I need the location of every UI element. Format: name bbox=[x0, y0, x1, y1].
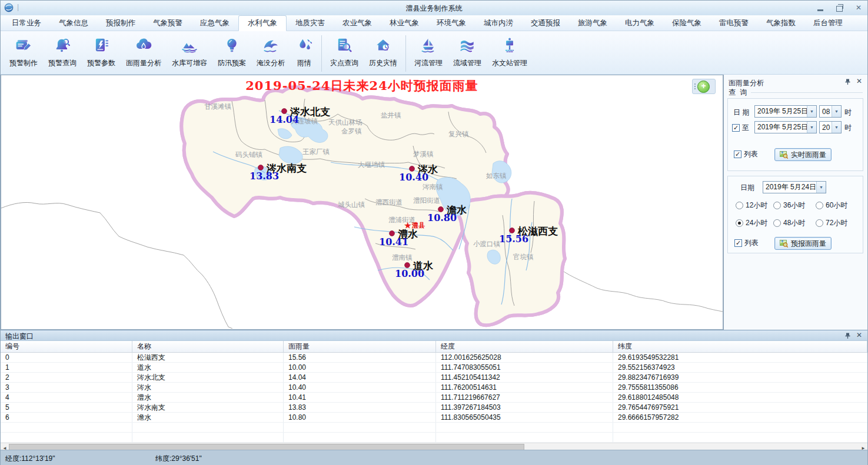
map-canvas[interactable]: 甘溪滩镇 火连坡镇 天供山林场 金罗镇 盐井镇 复兴镇 码头铺镇 王家厂镇 大堰… bbox=[1, 75, 723, 330]
toolbar-basin-management[interactable]: 流域管理 bbox=[448, 35, 487, 70]
tab-traffic-forecast[interactable]: 交通预报 bbox=[522, 16, 569, 31]
tab-weather-warning[interactable]: 气象预警 bbox=[144, 16, 191, 31]
toolbar-river-management[interactable]: 河流管理 bbox=[409, 35, 448, 70]
toolbar: 预警制作 预警查询 预警参数 面雨量分析 水库可增容 防汛预案 淹没分析 雨情 bbox=[1, 31, 867, 75]
table-row[interactable]: 3 涔水 10.40 111.76200514631 29.7555811355… bbox=[1, 383, 867, 393]
table-cell: 松滋西支 bbox=[132, 353, 284, 362]
close-icon[interactable]: ✕ bbox=[856, 3, 862, 12]
table-cell: 2 bbox=[1, 373, 132, 382]
toolbar-alert-search[interactable]: 预警查询 bbox=[43, 35, 82, 70]
toolbar-history-disaster[interactable]: 历史灾情 bbox=[364, 35, 403, 70]
table-cell: 10.00 bbox=[284, 363, 436, 372]
toolbar-inundation-analysis[interactable]: 淹没分析 bbox=[251, 35, 290, 70]
list-checkbox[interactable]: ✓ bbox=[734, 150, 741, 158]
status-bar: 经度:112°13'19" 纬度:29°36'51" bbox=[1, 450, 867, 465]
table-cell: 111.711219667627 bbox=[436, 393, 613, 402]
radio-icon bbox=[773, 219, 781, 227]
inundation-wave-icon bbox=[262, 36, 280, 54]
area-rainfall-analysis-icon bbox=[135, 36, 152, 54]
county-shape bbox=[182, 87, 566, 325]
duration-72h[interactable]: 72小时 bbox=[816, 218, 847, 228]
realtime-rainfall-button[interactable]: 实时面雨量 bbox=[774, 148, 832, 161]
duration-radio-row-2: 24小时 48小时 72小时 bbox=[736, 218, 847, 228]
restore-icon[interactable] bbox=[836, 6, 843, 12]
svg-text:大堰垱镇: 大堰垱镇 bbox=[358, 161, 385, 168]
forecast-rainfall-button[interactable]: 预报面雨量 bbox=[774, 237, 832, 250]
tab-tourism-weather[interactable]: 旅游气象 bbox=[569, 16, 616, 31]
reservoir-capacity-icon bbox=[181, 36, 198, 54]
svg-text:小渡口镇: 小渡口镇 bbox=[473, 240, 501, 247]
hour-unit: 时 bbox=[844, 108, 852, 118]
table-row[interactable]: 5 涔水南支 13.83 111.397267184503 29.7654476… bbox=[1, 403, 867, 413]
svg-text:官垸镇: 官垸镇 bbox=[513, 253, 534, 260]
tab-lightning-warning[interactable]: 雷电预警 bbox=[710, 16, 757, 31]
end-hour-select[interactable]: 20 ▼ bbox=[819, 121, 842, 133]
alert-params-icon bbox=[92, 36, 110, 54]
tab-environment-weather[interactable]: 环境气象 bbox=[428, 16, 475, 31]
list-checkbox[interactable]: ✓ bbox=[734, 239, 742, 247]
pin-icon[interactable] bbox=[844, 332, 851, 339]
start-date-select[interactable]: 2019年 5月25日 ▼ bbox=[754, 105, 817, 118]
toolbar-disaster-point-search[interactable]: 灾点查询 bbox=[325, 35, 364, 70]
chevron-down-icon: ▼ bbox=[832, 122, 841, 133]
toolbar-alert-params[interactable]: 预警参数 bbox=[82, 35, 121, 70]
tab-power-weather[interactable]: 电力气象 bbox=[616, 16, 663, 31]
table-cell: 0 bbox=[1, 353, 132, 362]
tab-forecast-making[interactable]: 预报制作 bbox=[97, 16, 144, 31]
latitude-status: 纬度:29°36'51" bbox=[155, 454, 202, 464]
duration-60h[interactable]: 60小时 bbox=[816, 200, 847, 210]
neighbor-boundary-line bbox=[1, 202, 232, 329]
table-row[interactable]: 0 松滋西支 15.56 112.001625625028 29.6193549… bbox=[1, 353, 867, 363]
zoom-in-button[interactable]: + bbox=[697, 81, 710, 93]
duration-36h[interactable]: 36小时 bbox=[773, 200, 816, 210]
table-row[interactable]: 6 澹水 10.80 111.830565050435 29.666615795… bbox=[1, 413, 867, 423]
tab-insurance-weather[interactable]: 保险气象 bbox=[663, 16, 710, 31]
pin-icon[interactable] bbox=[844, 78, 851, 85]
table-cell: 14.04 bbox=[284, 373, 436, 382]
table-row[interactable]: 2 涔水北支 14.04 111.452105411342 29.8823476… bbox=[1, 373, 867, 383]
duration-12h[interactable]: 12小时 bbox=[736, 200, 773, 210]
to-checkbox[interactable]: ✓ bbox=[732, 124, 740, 132]
tab-hydrology-weather[interactable]: 水利气象 bbox=[238, 15, 287, 31]
radio-icon bbox=[736, 202, 743, 209]
drag-grip-icon[interactable] bbox=[694, 83, 696, 89]
column-header[interactable]: 名称 bbox=[132, 341, 284, 352]
end-date-select[interactable]: 2019年 5月25日 ▼ bbox=[754, 121, 817, 133]
tab-forestry-weather[interactable]: 林业气象 bbox=[381, 16, 428, 31]
toolbar-reservoir-capacity[interactable]: 水库可增容 bbox=[167, 35, 212, 70]
tab-geological-disaster[interactable]: 地质灾害 bbox=[287, 16, 334, 31]
tab-backend-admin[interactable]: 后台管理 bbox=[804, 16, 852, 31]
title-bar: | 澧县业务制作系统 ✕ bbox=[1, 1, 867, 16]
tab-agriculture-weather[interactable]: 农业气象 bbox=[334, 16, 381, 31]
close-icon[interactable]: ✕ bbox=[856, 331, 862, 339]
duration-24h-selected[interactable]: 24小时 bbox=[736, 218, 773, 228]
column-header[interactable]: 编号 bbox=[1, 341, 132, 352]
tab-daily-business[interactable]: 日常业务 bbox=[3, 16, 50, 31]
svg-text:13.83: 13.83 bbox=[250, 170, 279, 182]
tab-emergency-weather[interactable]: 应急气象 bbox=[191, 16, 238, 31]
start-hour-select[interactable]: 08 ▼ bbox=[819, 105, 842, 118]
forecast-date-select[interactable]: 2019年 5月24日 ▼ bbox=[763, 181, 826, 193]
table-cell: 道水 bbox=[132, 363, 284, 372]
minimize-icon[interactable] bbox=[817, 9, 823, 11]
column-header[interactable]: 纬度 bbox=[613, 341, 867, 352]
toolbar-alert-compose[interactable]: 预警制作 bbox=[4, 35, 43, 70]
table-row[interactable]: 1 道水 10.00 111.747083055051 29.552156374… bbox=[1, 363, 867, 373]
app-window: | 澧县业务制作系统 ✕ 日常业务 气象信息 预报制作 气象预警 应急气象 水利… bbox=[0, 0, 868, 465]
close-icon[interactable]: ✕ bbox=[856, 77, 862, 85]
tab-urban-flood[interactable]: 城市内涝 bbox=[475, 16, 522, 31]
toolbar-area-rainfall-analysis[interactable]: 面雨量分析 bbox=[121, 35, 167, 70]
duration-48h[interactable]: 48小时 bbox=[773, 218, 816, 228]
output-window-title: 输出窗口 bbox=[5, 332, 34, 340]
toolbar-hydrology-station-management[interactable]: 水文站管理 bbox=[487, 35, 533, 70]
svg-text:15.56: 15.56 bbox=[499, 233, 528, 245]
tab-weather-info[interactable]: 气象信息 bbox=[50, 16, 97, 31]
tab-weather-index[interactable]: 气象指数 bbox=[757, 16, 804, 31]
svg-text:14.04: 14.04 bbox=[270, 114, 299, 125]
toolbar-rain-condition[interactable]: 雨情 bbox=[290, 35, 318, 70]
column-header[interactable]: 经度 bbox=[436, 341, 613, 352]
column-header[interactable]: 面雨量 bbox=[284, 341, 436, 352]
table-row[interactable]: 4 澧水 10.41 111.711219667627 29.618801248… bbox=[1, 393, 867, 403]
toolbar-flood-plan[interactable]: 防汛预案 bbox=[212, 35, 251, 70]
table-cell: 3 bbox=[1, 383, 132, 392]
